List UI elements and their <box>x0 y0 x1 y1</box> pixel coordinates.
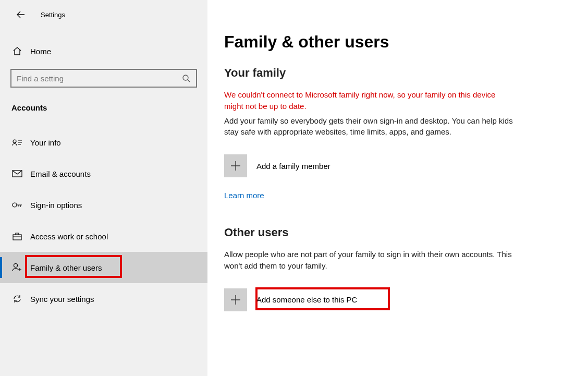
other-users-body-text: Allow people who are not part of your fa… <box>224 249 516 272</box>
home-nav[interactable]: Home <box>0 40 207 63</box>
sync-icon <box>11 294 23 304</box>
user-card-icon <box>11 138 23 147</box>
svg-point-5 <box>14 264 18 268</box>
family-error-text: We couldn't connect to Microsoft family … <box>224 89 516 112</box>
search-input[interactable] <box>17 74 181 83</box>
svg-point-0 <box>183 75 188 80</box>
sidebar-item-label: Email & accounts <box>30 169 91 178</box>
key-icon <box>11 201 23 209</box>
mail-icon <box>11 170 23 177</box>
arrow-left-icon <box>17 10 25 19</box>
sidebar-item-family-other-users[interactable]: Family & other users <box>0 252 207 283</box>
svg-rect-4 <box>13 235 21 240</box>
add-family-member-button[interactable]: Add a family member <box>224 153 567 178</box>
search-box[interactable] <box>10 69 197 88</box>
search-icon <box>181 74 191 83</box>
sidebar-item-access-work-school[interactable]: Access work or school <box>0 221 207 252</box>
nav-list: Your info Email & accounts Sign-in optio… <box>0 127 207 314</box>
add-family-member-label: Add a family member <box>256 162 330 171</box>
sidebar-item-label: Family & other users <box>30 263 102 272</box>
back-button[interactable] <box>13 6 29 23</box>
sidebar-item-email-accounts[interactable]: Email & accounts <box>0 158 207 189</box>
sidebar-header: Settings <box>0 4 207 25</box>
sidebar-item-your-info[interactable]: Your info <box>0 127 207 158</box>
main-content: Family & other users Your family We coul… <box>207 0 588 376</box>
sidebar-item-label: Access work or school <box>30 232 108 241</box>
sidebar-item-sync-settings[interactable]: Sync your settings <box>0 283 207 314</box>
family-body-text: Add your family so everybody gets their … <box>224 115 516 138</box>
plus-icon <box>224 154 247 177</box>
page-title: Family & other users <box>224 32 567 52</box>
svg-point-1 <box>13 140 16 143</box>
learn-more-link[interactable]: Learn more <box>224 191 264 200</box>
other-users-heading: Other users <box>224 226 567 239</box>
home-label: Home <box>30 47 51 56</box>
add-someone-else-label: Add someone else to this PC <box>256 295 357 304</box>
your-family-heading: Your family <box>224 66 567 80</box>
settings-title: Settings <box>41 11 65 19</box>
svg-point-3 <box>13 203 17 207</box>
people-plus-icon <box>11 263 23 272</box>
category-label: Accounts <box>11 103 207 112</box>
briefcase-icon <box>11 232 23 240</box>
sidebar-item-label: Sign-in options <box>30 201 82 210</box>
sidebar-item-label: Sync your settings <box>30 295 94 304</box>
home-icon <box>11 46 23 56</box>
plus-icon <box>224 288 247 311</box>
sidebar-item-signin-options[interactable]: Sign-in options <box>0 189 207 221</box>
sidebar: Settings Home Accounts <box>0 0 207 376</box>
sidebar-item-label: Your info <box>30 138 61 147</box>
add-someone-else-button[interactable]: Add someone else to this PC <box>224 287 567 312</box>
